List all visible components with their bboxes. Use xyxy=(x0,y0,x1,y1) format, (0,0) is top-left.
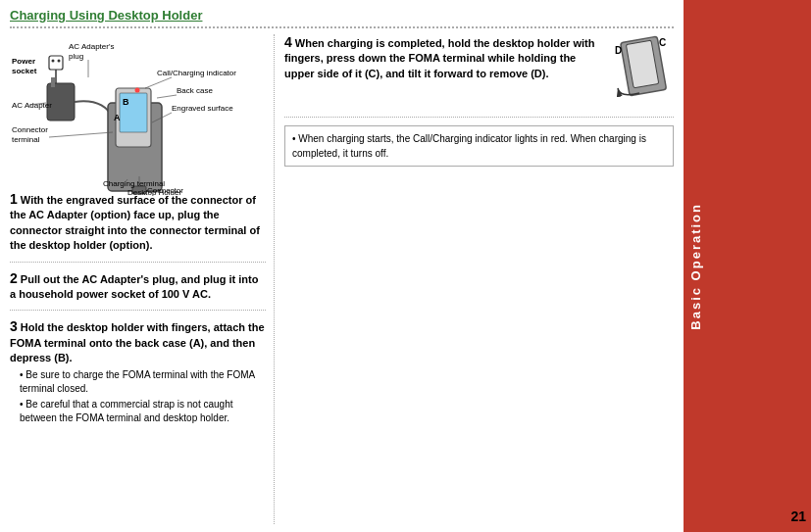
diagram-svg: Power socket AC Adapter AC Adapter' xyxy=(10,34,245,196)
svg-text:Desktop Holder: Desktop Holder xyxy=(127,188,181,196)
left-section: Power socket AC Adapter AC Adapter' xyxy=(10,34,275,524)
svg-text:terminal: terminal xyxy=(12,135,40,144)
step4-text-area: 4 When charging is completed, hold the d… xyxy=(284,34,602,103)
svg-text:Engraved surface: Engraved surface xyxy=(172,104,233,113)
svg-text:Charging terminal: Charging terminal xyxy=(103,179,165,188)
diagram-box: Power socket AC Adapter AC Adapter' xyxy=(10,34,245,191)
right-sidebar: Basic Operation 21 xyxy=(684,0,811,532)
step-3: 3 Hold the desktop holder with fingers, … xyxy=(10,318,266,432)
svg-text:AC Adapter: AC Adapter xyxy=(12,101,52,110)
svg-point-3 xyxy=(52,60,55,63)
svg-rect-2 xyxy=(49,56,63,70)
page-title: Charging Using Desktop Holder xyxy=(10,8,674,28)
step2-number: 2 xyxy=(10,270,18,286)
step-2: 2 Pull out the AC Adapter's plug, and pl… xyxy=(10,270,266,312)
svg-rect-6 xyxy=(51,77,55,87)
step3-number: 3 xyxy=(10,318,18,334)
sidebar-label: Basic Operation xyxy=(688,203,703,330)
step4-diagram: D C xyxy=(610,34,674,103)
svg-text:Connector: Connector xyxy=(12,125,48,134)
step1-text: With the engraved surface of the connect… xyxy=(10,194,260,251)
step4-number: 4 xyxy=(284,34,292,50)
svg-point-4 xyxy=(58,60,61,63)
svg-text:C: C xyxy=(659,37,666,48)
note-box: • When charging starts, the Call/Chargin… xyxy=(284,125,674,167)
step4-text: When charging is completed, hold the des… xyxy=(284,37,594,79)
svg-text:Power: Power xyxy=(12,57,35,66)
step-4: 4 When charging is completed, hold the d… xyxy=(284,34,674,118)
note-text: When charging starts, the Call/Charging … xyxy=(292,133,646,159)
svg-line-31 xyxy=(157,95,177,98)
step3-bullet-1: • Be sure to charge the FOMA terminal wi… xyxy=(20,368,266,396)
step4-image: D C xyxy=(610,34,674,103)
svg-text:plug: plug xyxy=(69,52,83,61)
content-wrapper: Power socket AC Adapter AC Adapter' xyxy=(10,34,674,524)
step3-bullet-2: • Be careful that a commercial strap is … xyxy=(20,398,266,425)
svg-text:socket: socket xyxy=(12,67,37,75)
svg-text:AC Adapter's: AC Adapter's xyxy=(69,42,114,51)
step-1: 1 With the engraved surface of the conne… xyxy=(10,191,266,263)
main-content: Charging Using Desktop Holder Power sock… xyxy=(0,0,684,532)
svg-point-16 xyxy=(135,88,140,93)
svg-line-33 xyxy=(145,77,172,88)
svg-text:Call/Charging indicator: Call/Charging indicator xyxy=(157,69,236,77)
svg-text:Back case: Back case xyxy=(177,86,213,95)
svg-text:D: D xyxy=(615,45,622,56)
right-section: 4 When charging is completed, hold the d… xyxy=(275,34,674,524)
step2-text: Pull out the AC Adapter's plug, and plug… xyxy=(10,273,258,300)
step4-header: 4 When charging is completed, hold the d… xyxy=(284,34,674,103)
svg-text:A: A xyxy=(114,113,121,122)
svg-line-21 xyxy=(49,132,113,137)
step3-text: Hold the desktop holder with fingers, at… xyxy=(10,321,265,363)
page-number: 21 xyxy=(790,508,806,524)
svg-text:B: B xyxy=(123,97,129,107)
